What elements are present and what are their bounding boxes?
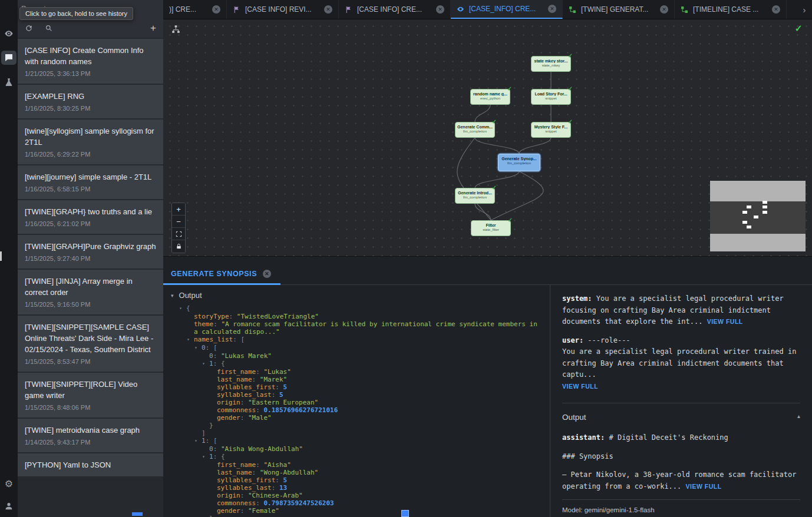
prompt-title: [twine][journey] simple sample - 2T1L	[25, 171, 156, 183]
close-tab-icon[interactable]: ✕	[548, 5, 556, 13]
collapse-chevron-up-icon[interactable]: ▾	[797, 414, 800, 420]
system-message: system: You are a specialist legal proce…	[562, 293, 800, 328]
assistant-message-title: assistant: # Digital Deceit's Reckoning	[562, 432, 800, 444]
json-token: names_list	[194, 336, 233, 343]
json-token: :	[275, 383, 283, 391]
graph-node[interactable]: Generate Comm...llm_completion✓	[455, 122, 495, 138]
json-line: ▾names_list: [	[171, 336, 550, 344]
graph-node[interactable]: Generate Introd...llm_completion✓	[455, 188, 495, 204]
synopsis-text: — Petar Nikolov, a 38-year-old romance s…	[562, 470, 796, 491]
history-tooltip: Click to go back, hold to see history	[19, 7, 133, 20]
eye-icon	[457, 5, 464, 13]
tab-label: )] CRE...	[169, 5, 207, 14]
close-tab-icon[interactable]: ✕	[436, 5, 444, 14]
refresh-icon[interactable]	[25, 24, 33, 32]
graph-canvas[interactable]: state mkey stor...state_mkey✓random name…	[163, 19, 812, 257]
json-token: syllables_first	[217, 383, 275, 391]
json-token: [	[240, 336, 245, 343]
fit-view-button[interactable]	[172, 228, 185, 240]
json-token: "Male"	[248, 414, 272, 422]
assistant-synopsis-heading: ### Synopsis	[562, 451, 800, 463]
json-token: :	[272, 391, 279, 399]
editor-tab[interactable]: [TWINE] GENERAT...✕	[563, 0, 675, 19]
panel-resize-grip[interactable]	[0, 251, 2, 261]
prompt-title: [TWINE] [JINJA] Array merge in correct o…	[25, 276, 156, 298]
node-title: Filter	[471, 223, 510, 227]
prompt-list-item[interactable]: [TWINE][SNIPPET][ROLE] Video game writer…	[18, 373, 163, 417]
editor-tab[interactable]: [CASE_INFO] CRE...✕	[451, 0, 563, 19]
prompt-list-item[interactable]: [CASE INFO] Create Common Info with rand…	[18, 39, 163, 84]
eye-icon[interactable]	[2, 28, 16, 38]
add-prompt-button[interactable]: +	[150, 22, 156, 34]
graph-icon	[569, 6, 576, 14]
system-text: You are a specialist legal procedural wr…	[562, 294, 784, 326]
graph-node[interactable]: random name g...exec_python✓	[470, 89, 510, 105]
graph-node[interactable]: Filterstate_filter✓	[471, 220, 511, 236]
prompt-list-item[interactable]: [PYTHON] Yaml to JSON	[18, 453, 163, 476]
prompt-timestamp: 1/16/2025, 6:21:02 PM	[25, 220, 156, 228]
node-subtitle: exec_python	[471, 97, 510, 100]
json-line: syllables_first: 5	[171, 383, 550, 391]
editor-tab[interactable]: )] CRE...✕	[163, 0, 227, 19]
prompt-list-item[interactable]: [TWINE][SNIPPET][SAMPLE CASE] Online Thr…	[18, 316, 163, 372]
json-token: gender	[217, 507, 240, 515]
output-section-header[interactable]: ▾ Output	[171, 291, 550, 300]
close-tab-icon[interactable]: ✕	[660, 5, 668, 14]
prompt-list-item[interactable]: [TWINE][GRAPH} two truths and a lie1/16/…	[18, 200, 163, 234]
editor-tab[interactable]: [CASE INFO] CRE...✕	[339, 0, 451, 19]
json-line: ▾0: [	[171, 344, 550, 352]
prompts-chat-icon[interactable]	[1, 51, 16, 65]
output-header-label: Output	[179, 291, 202, 300]
graph-node[interactable]: Generate Synop...llm_completion	[498, 154, 540, 171]
graph-node[interactable]: Load Story For...snippet✓	[531, 89, 571, 105]
prompt-list-item[interactable]: [twine][syllogism] sample syllogism for …	[18, 120, 163, 164]
json-line: commonness: 0.18576966276721016	[171, 406, 550, 414]
graph-node[interactable]: Mystery Style F...snippet✓	[531, 122, 571, 138]
system-view-full-link[interactable]: VIEW FULL	[707, 318, 743, 325]
account-icon[interactable]	[2, 501, 16, 511]
close-tab-icon[interactable]: ✕	[772, 5, 780, 14]
json-token: 0	[209, 445, 213, 453]
prompt-title: [TWINE][GRAPH]Pure Graphviz graph	[25, 241, 156, 252]
minimap[interactable]	[710, 181, 806, 251]
editor-tab[interactable]: [CASE INFO] REVI...✕	[227, 0, 339, 19]
node-subtitle: snippet	[532, 130, 570, 133]
json-token: }	[209, 515, 213, 517]
zoom-out-button[interactable]: −	[172, 216, 185, 228]
bottom-panel: GENERATE SYNOPSIS ✕ ▾ Output ▾{storyType…	[163, 257, 812, 517]
json-line: last_name: "Marek"	[171, 376, 550, 383]
search-icon[interactable]	[45, 24, 53, 32]
node-success-check-icon: ✓	[507, 85, 512, 92]
json-line: syllables_last: 13	[171, 484, 550, 492]
zoom-in-button[interactable]: +	[172, 203, 185, 216]
json-tree: ▾{storyType: "TwistedLoveTriangle"theme:…	[171, 304, 550, 517]
close-panel-tab-icon[interactable]: ✕	[263, 270, 271, 278]
prompt-list-item[interactable]: [twine][journey] simple sample - 2T1L1/1…	[18, 165, 163, 199]
panel-body: ▾ Output ▾{storyType: "TwistedLoveTriang…	[163, 285, 812, 517]
node-title: Generate Introd...	[455, 191, 494, 195]
node-success-check-icon: ✓	[492, 184, 497, 191]
flask-icon[interactable]	[2, 77, 16, 87]
resize-handle[interactable]	[401, 510, 409, 517]
activity-bar: ⚙	[0, 0, 18, 517]
json-token: :	[252, 376, 260, 383]
prompt-list-item[interactable]: [EXAMPLE] RNG1/16/2025, 8:30:25 PM	[18, 85, 163, 118]
json-line: }	[171, 515, 550, 517]
tab-scroll-right-icon[interactable]: ›	[797, 0, 812, 19]
close-tab-icon[interactable]: ✕	[212, 5, 220, 14]
prompt-list-item[interactable]: [TWINE][GRAPH]Pure Graphviz graph1/15/20…	[18, 235, 163, 269]
auto-layout-icon[interactable]	[171, 25, 180, 36]
editor-tab[interactable]: [TIMELINE] CASE ...✕	[675, 0, 787, 19]
resize-handle[interactable]	[132, 512, 143, 516]
model-name: Model: gemini/gemini-1.5-flash	[562, 505, 800, 516]
panel-tab-generate-synopsis[interactable]: GENERATE SYNOPSIS ✕	[163, 270, 280, 285]
user-view-full-link[interactable]: VIEW FULL	[562, 381, 800, 393]
settings-gear-icon[interactable]: ⚙	[2, 479, 16, 489]
lock-button[interactable]	[172, 240, 185, 253]
close-tab-icon[interactable]: ✕	[324, 5, 332, 14]
assistant-view-full-link[interactable]: VIEW FULL	[686, 483, 722, 490]
prompt-list-item[interactable]: [TWINE] metroidvania case graph1/14/2025…	[18, 419, 163, 452]
system-role-label: system:	[562, 294, 592, 303]
graph-node[interactable]: state mkey stor...state_mkey✓	[531, 56, 571, 72]
prompt-list-item[interactable]: [TWINE] [JINJA] Array merge in correct o…	[18, 270, 163, 314]
